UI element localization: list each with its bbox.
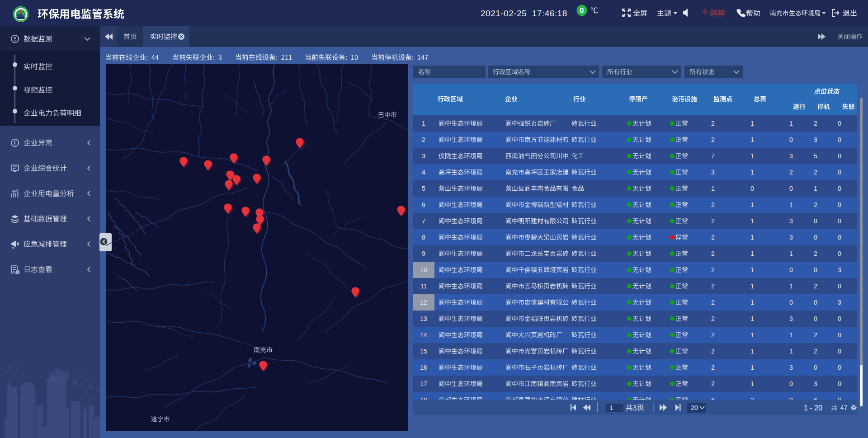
svg-text:1: 1: [750, 315, 754, 322]
svg-text:17: 17: [420, 380, 427, 387]
svg-text:0: 0: [838, 364, 841, 371]
svg-text:2632: 2632: [710, 9, 724, 16]
svg-text:6: 6: [422, 201, 425, 208]
svg-text:2: 2: [711, 136, 715, 143]
svg-text:0: 0: [838, 348, 841, 355]
svg-text:0: 0: [838, 380, 841, 387]
svg-text:1: 1: [750, 299, 754, 306]
svg-text:10: 10: [420, 266, 427, 273]
svg-text:2: 2: [789, 169, 793, 176]
svg-text:0: 0: [789, 266, 793, 273]
svg-text:1: 1: [789, 348, 793, 355]
svg-text:3: 3: [789, 152, 793, 160]
svg-text:1: 1: [814, 185, 817, 192]
svg-text:0: 0: [838, 234, 841, 241]
svg-text:6: 6: [711, 396, 715, 404]
svg-text:3: 3: [838, 299, 841, 306]
svg-text:8: 8: [422, 234, 425, 241]
svg-text:2: 2: [711, 348, 715, 355]
svg-text:1: 1: [750, 169, 754, 176]
svg-text:5: 5: [814, 152, 817, 160]
svg-text:7: 7: [711, 152, 715, 160]
svg-text:2: 2: [814, 283, 817, 290]
svg-text:1: 1: [750, 266, 754, 273]
svg-text:1: 1: [750, 283, 754, 290]
svg-text:1: 1: [789, 283, 793, 290]
svg-text:1: 1: [750, 331, 754, 339]
svg-text:0: 0: [838, 315, 841, 322]
svg-text:9: 9: [422, 250, 425, 257]
svg-text:0: 0: [838, 169, 841, 176]
svg-text:0: 0: [838, 201, 841, 208]
svg-text:16: 16: [420, 364, 427, 371]
svg-text:1: 1: [750, 380, 754, 387]
svg-text:5: 5: [422, 185, 425, 192]
svg-text:1: 1: [422, 120, 425, 127]
svg-text:0: 0: [814, 234, 817, 241]
svg-text:2: 2: [711, 266, 715, 273]
svg-text:14: 14: [420, 331, 427, 339]
svg-text:11: 11: [420, 283, 427, 290]
svg-text:12: 12: [420, 299, 427, 306]
svg-text:0: 0: [814, 266, 817, 273]
svg-text:3: 3: [789, 217, 793, 225]
svg-text:3: 3: [789, 234, 793, 241]
svg-text:0: 0: [838, 250, 841, 257]
svg-text:0: 0: [838, 283, 841, 290]
svg-text:1: 1: [750, 364, 754, 371]
svg-text:1: 1: [750, 250, 754, 257]
svg-text:1: 1: [750, 348, 754, 355]
svg-text:2: 2: [711, 315, 715, 322]
svg-text:2: 2: [711, 234, 715, 241]
svg-text:3: 3: [422, 152, 425, 160]
svg-text:0: 0: [789, 136, 793, 143]
svg-text:1: 1: [750, 152, 754, 160]
svg-text:2: 2: [750, 396, 754, 404]
svg-text:0: 0: [814, 299, 817, 306]
svg-text:15: 15: [420, 348, 427, 355]
svg-text:1: 1: [750, 234, 754, 241]
svg-text:6: 6: [814, 396, 817, 404]
svg-text:0: 0: [838, 152, 841, 160]
svg-text:0: 0: [838, 331, 841, 339]
svg-text:0: 0: [814, 217, 817, 225]
svg-text:0: 0: [838, 396, 841, 404]
svg-text:1 - 20: 1 - 20: [804, 404, 822, 412]
svg-text:0: 0: [838, 185, 841, 192]
svg-text:2: 2: [814, 120, 817, 127]
svg-text:0: 0: [838, 217, 841, 225]
svg-text:1: 1: [750, 136, 754, 143]
svg-text:0: 0: [814, 364, 817, 371]
svg-text:20: 20: [691, 404, 698, 411]
svg-text:1: 1: [789, 331, 793, 339]
svg-text:1: 1: [609, 404, 613, 411]
svg-text:0: 0: [838, 120, 841, 127]
svg-text:18: 18: [420, 396, 427, 404]
svg-text:2: 2: [814, 169, 817, 176]
svg-text:1: 1: [789, 120, 793, 127]
svg-text:2: 2: [711, 283, 715, 290]
svg-text:2: 2: [711, 331, 715, 339]
svg-text:3: 3: [711, 169, 715, 176]
svg-text:2: 2: [814, 348, 817, 355]
svg-text:2: 2: [814, 250, 817, 257]
svg-text:3: 3: [838, 266, 841, 273]
svg-text:3: 3: [789, 364, 793, 371]
svg-text:2: 2: [422, 136, 425, 143]
svg-text:2: 2: [814, 331, 817, 339]
svg-text:3: 3: [814, 136, 817, 143]
svg-text:1: 1: [711, 185, 715, 192]
svg-text:2: 2: [711, 120, 715, 127]
svg-text:2: 2: [711, 201, 715, 208]
svg-text:1: 1: [750, 120, 754, 127]
svg-text:0: 0: [580, 7, 584, 14]
svg-text:0: 0: [750, 185, 754, 192]
svg-text:13: 13: [420, 315, 427, 322]
svg-text:7: 7: [422, 217, 425, 225]
svg-text:3: 3: [814, 380, 817, 387]
svg-text:0: 0: [789, 396, 793, 404]
svg-text:0: 0: [789, 185, 793, 192]
svg-text:2: 2: [711, 380, 715, 387]
svg-text:3: 3: [789, 315, 793, 322]
svg-text:2: 2: [711, 217, 715, 225]
